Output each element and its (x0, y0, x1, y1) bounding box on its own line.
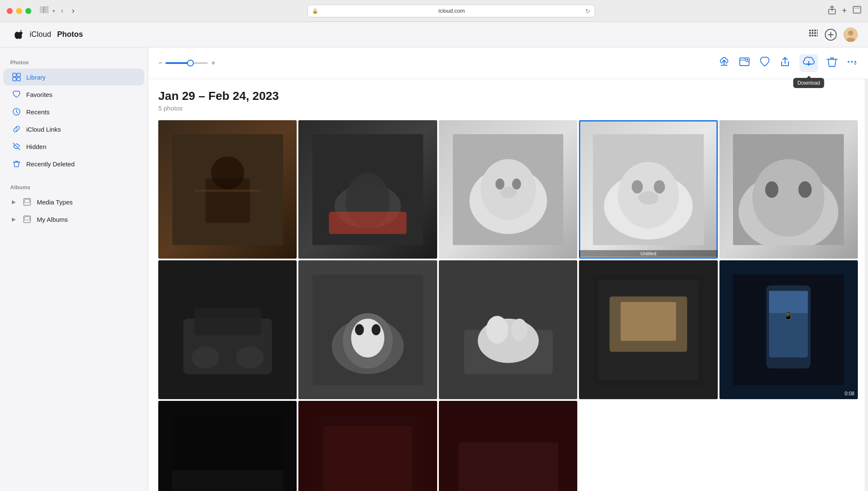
photo-cell[interactable] (298, 260, 437, 399)
svg-rect-98 (458, 442, 558, 491)
sidebar-item-recents[interactable]: Recents (3, 103, 144, 120)
photo-thumbnail (298, 260, 437, 399)
favorite-button[interactable] (759, 56, 771, 70)
photo-thumbnail (439, 401, 577, 491)
photo-cell[interactable] (439, 401, 577, 491)
library-label: Library (26, 74, 46, 81)
photo-cell[interactable] (158, 401, 297, 491)
back-button[interactable]: ‹ (58, 6, 66, 16)
nav-controls: ▾ ‹ › (40, 6, 77, 16)
delete-button[interactable] (827, 56, 838, 70)
photo-cell[interactable] (158, 120, 297, 259)
user-avatar[interactable] (843, 28, 858, 42)
photo-thumbnail (719, 120, 858, 259)
svg-rect-91 (769, 291, 808, 313)
svg-point-40 (848, 61, 849, 63)
view-toggle-chevron[interactable]: ▾ (52, 8, 55, 14)
svg-rect-9 (812, 30, 813, 31)
photo-cell[interactable]: 📱 0:08 (719, 260, 858, 399)
sidebar-item-favorites[interactable]: Favorites (3, 86, 144, 103)
media-types-icon (22, 197, 32, 207)
reload-button[interactable]: ↻ (585, 8, 590, 14)
zoom-out-button[interactable]: − (158, 59, 162, 67)
photo-cell-selected[interactable]: ♡ Untitled (579, 120, 717, 259)
minimize-button[interactable] (16, 8, 22, 14)
svg-rect-12 (809, 32, 811, 34)
share-button[interactable] (779, 56, 791, 70)
lock-icon: 🔒 (312, 8, 318, 14)
svg-rect-13 (812, 32, 813, 34)
svg-point-42 (854, 61, 856, 63)
svg-point-67 (799, 181, 812, 198)
svg-point-78 (372, 324, 380, 335)
photo-cell[interactable] (439, 120, 577, 259)
svg-rect-16 (809, 35, 811, 36)
svg-rect-50 (329, 212, 406, 234)
new-tab-icon[interactable]: + (842, 6, 847, 16)
my-albums-label: My Albums (37, 216, 68, 223)
svg-rect-27 (13, 77, 16, 81)
tabs-icon[interactable] (853, 6, 861, 16)
photo-thumbnail (579, 260, 717, 399)
svg-rect-28 (17, 77, 20, 81)
svg-rect-10 (814, 30, 816, 31)
svg-rect-26 (17, 73, 20, 77)
svg-point-46 (211, 156, 244, 190)
zoom-slider[interactable] (165, 62, 208, 64)
icloud-header-actions (809, 28, 858, 42)
svg-rect-7 (854, 7, 860, 9)
traffic-lights (7, 8, 31, 14)
add-icloud-button[interactable] (825, 29, 837, 41)
sidebar-item-my-albums[interactable]: ▶ My Albums (3, 211, 144, 228)
sidebar-toggle[interactable] (40, 6, 48, 15)
svg-point-76 (351, 319, 385, 358)
svg-point-54 (495, 178, 504, 189)
svg-rect-0 (40, 6, 43, 13)
sidebar-item-hidden[interactable]: Hidden (3, 138, 144, 155)
svg-point-71 (236, 346, 263, 368)
sidebar-item-media-types[interactable]: ▶ Media Types (3, 193, 144, 210)
share-titlebar-icon[interactable] (828, 5, 836, 17)
scrollbar-track (865, 47, 868, 491)
zoom-in-button[interactable]: + (211, 59, 215, 67)
recents-label: Recents (26, 108, 50, 116)
upload-button[interactable] (718, 56, 730, 70)
sidebar-item-icloud-links[interactable]: iCloud Links (3, 121, 144, 138)
icloud-label: iCloud (30, 30, 51, 39)
svg-rect-3 (44, 9, 47, 10)
photo-thumbnail (298, 401, 437, 491)
download-button[interactable]: Download (799, 54, 818, 72)
sidebar-item-recently-deleted[interactable]: Recently Deleted (3, 155, 144, 172)
photo-thumbnail (158, 401, 297, 491)
forward-button[interactable]: › (69, 6, 77, 16)
svg-text:📱: 📱 (784, 312, 794, 321)
titlebar-actions: + (828, 5, 861, 17)
address-bar[interactable]: 🔒 icloud.com ↻ (307, 5, 595, 17)
photo-cell[interactable] (298, 120, 437, 259)
sidebar-section-albums: Albums (0, 179, 148, 193)
close-button[interactable] (7, 8, 13, 14)
photo-thumbnail (439, 260, 577, 399)
svg-point-65 (752, 159, 824, 237)
more-button[interactable] (846, 56, 858, 70)
svg-point-70 (192, 346, 219, 368)
photo-cell[interactable] (298, 401, 437, 491)
expand-icon-albums: ▶ (12, 216, 16, 222)
photo-cell[interactable] (158, 260, 297, 399)
content-toolbar: − + (148, 47, 868, 79)
photo-cell[interactable] (439, 260, 577, 399)
svg-point-23 (848, 30, 853, 36)
heart-icon (12, 90, 21, 99)
svg-rect-96 (323, 426, 412, 491)
svg-rect-18 (814, 35, 816, 36)
photo-cell[interactable] (579, 260, 717, 399)
sidebar-section-photos: Photos (0, 54, 148, 68)
add-album-button[interactable] (738, 56, 750, 70)
photo-cell[interactable] (719, 120, 858, 259)
sidebar: Photos Library Favorites (0, 47, 148, 491)
zoom-control: − + (158, 59, 215, 67)
maximize-button[interactable] (25, 8, 31, 14)
sidebar-item-library[interactable]: Library (3, 69, 144, 86)
grid-apps-icon[interactable] (809, 29, 818, 40)
photo-thumbnail (439, 120, 577, 259)
